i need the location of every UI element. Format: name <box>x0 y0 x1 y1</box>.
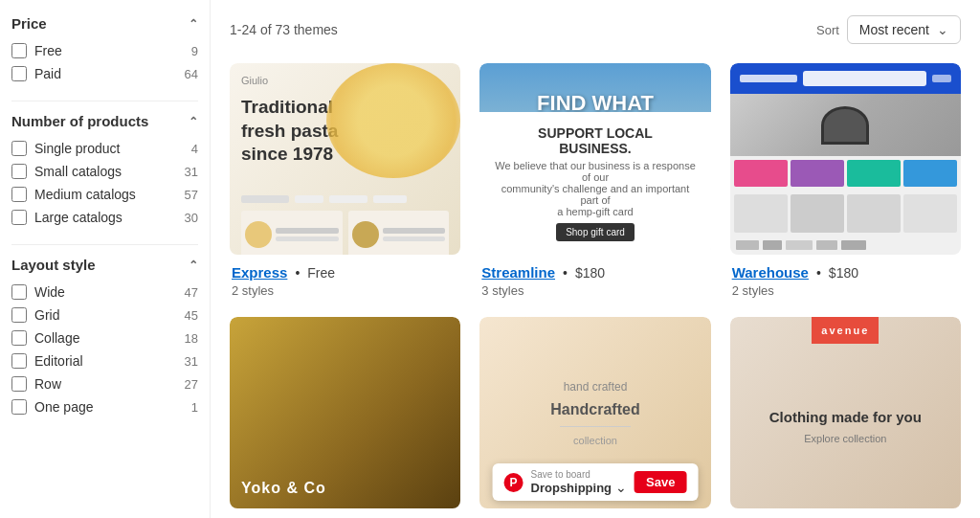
filter-item-large: Large catalogs 30 <box>11 210 198 225</box>
filter-checkbox-large[interactable] <box>11 210 27 225</box>
theme-thumbnail-dropship[interactable]: hand crafted Handcrafted collection P Sa… <box>479 317 710 508</box>
theme-name-express[interactable]: Express <box>232 264 287 281</box>
filter-header-price[interactable]: Price ⌃ <box>11 15 198 32</box>
filter-label-editorial[interactable]: Editorial <box>34 353 177 369</box>
filter-checkbox-collage[interactable] <box>11 330 27 346</box>
filter-checkbox-small[interactable] <box>11 164 27 179</box>
filter-checkbox-editorial[interactable] <box>11 353 27 369</box>
dropship-label: hand crafted <box>550 380 639 394</box>
avenue-body: Clothing made for you Explore collection <box>758 344 933 508</box>
filter-checkbox-single[interactable] <box>11 141 27 156</box>
theme-thumbnail-avenue[interactable]: avenue Clothing made for you Explore col… <box>730 317 961 508</box>
filter-section-layout: Layout style ⌃ Wide 47 Grid 45 Collage 1… <box>11 257 198 415</box>
filter-label-grid[interactable]: Grid <box>34 307 177 323</box>
avenue-brand-header: avenue <box>821 325 869 336</box>
filter-title-layout: Layout style <box>11 257 96 273</box>
filter-section-num-products: Number of products ⌃ Single product 4 Sm… <box>11 113 198 225</box>
sort-dropdown[interactable]: Most recent ⌄ <box>847 15 961 44</box>
menu-bar <box>373 195 407 203</box>
filter-checkbox-paid[interactable] <box>11 66 27 81</box>
app-container: Price ⌃ Free 9 Paid 64 Number of product… <box>0 0 980 518</box>
avenue-sub: Explore collection <box>769 433 922 444</box>
filter-item-medium: Medium catalogs 57 <box>11 187 198 202</box>
theme-thumbnail-warehouse[interactable] <box>730 63 961 255</box>
main-content: 1-24 of 73 themes Sort Most recent ⌄ Giu… <box>211 0 980 518</box>
filter-checkbox-grid[interactable] <box>11 307 27 323</box>
filter-label-one-page[interactable]: One page <box>34 399 184 415</box>
sidebar: Price ⌃ Free 9 Paid 64 Number of product… <box>0 0 211 518</box>
filter-item-row: Row 27 <box>11 376 198 392</box>
filter-label-paid[interactable]: Paid <box>34 66 177 81</box>
theme-thumbnail-yoko[interactable]: Yoko & Co <box>230 317 460 508</box>
warehouse-cart <box>932 75 951 82</box>
theme-thumbnail-streamline[interactable]: FIND WHATMOVES YOU SUPPORT LOCALBUSINESS… <box>479 63 710 255</box>
filter-checkbox-one-page[interactable] <box>11 399 27 415</box>
cat-3 <box>847 160 901 187</box>
filter-label-collage[interactable]: Collage <box>34 330 177 346</box>
theme-name-streamline[interactable]: Streamline <box>481 264 555 281</box>
divider-1 <box>11 101 198 101</box>
filter-title-num-products: Number of products <box>11 113 148 129</box>
warehouse-headphones <box>730 94 961 156</box>
filter-count-wide: 47 <box>185 285 198 300</box>
theme-info-streamline: Streamline • $180 3 styles <box>479 264 710 298</box>
theme-thumbnail-express[interactable]: Giulio Traditionalfresh pastasince 1978 <box>230 63 460 255</box>
filter-count-grid: 45 <box>185 308 198 323</box>
themes-grid: Giulio Traditionalfresh pastasince 1978 <box>230 63 961 518</box>
filter-checkbox-row[interactable] <box>11 376 27 392</box>
warehouse-brands <box>730 236 961 254</box>
streamline-sub-headline: SUPPORT LOCALBUSINESS. <box>493 125 697 156</box>
filter-checkbox-medium[interactable] <box>11 187 27 202</box>
streamline-cta[interactable]: Shop gift card <box>556 223 635 241</box>
brand-1 <box>736 240 759 250</box>
filter-label-single[interactable]: Single product <box>34 141 184 156</box>
filter-label-row[interactable]: Row <box>34 376 177 392</box>
dropship-content: hand crafted Handcrafted collection <box>539 369 651 458</box>
sort-selected-value: Most recent <box>859 22 929 37</box>
theme-meta-warehouse: Warehouse • $180 <box>732 264 959 281</box>
menu-bar <box>295 195 323 203</box>
theme-card-yoko: Yoko & Co Yoko & Co • $180 2 styles <box>230 317 460 518</box>
pasta-icon <box>245 221 272 248</box>
theme-styles-warehouse: 2 styles <box>732 283 959 298</box>
warehouse-categories <box>730 156 961 191</box>
filter-count-paid: 64 <box>185 67 198 81</box>
filter-item-collage: Collage 18 <box>11 330 198 346</box>
filter-header-layout[interactable]: Layout style ⌃ <box>11 257 198 273</box>
theme-styles-streamline: 3 styles <box>481 283 708 298</box>
chevron-down-icon: ⌄ <box>937 22 948 37</box>
avenue-header: avenue <box>812 317 879 344</box>
filter-item-wide: Wide 47 <box>11 284 198 300</box>
filter-checkbox-free[interactable] <box>11 43 27 58</box>
divider-2 <box>11 244 198 245</box>
menu-bar <box>329 195 368 203</box>
dot-express: • <box>295 265 300 281</box>
pasta-decoration <box>326 63 460 178</box>
pasta-icon-2 <box>352 221 379 248</box>
prod-3 <box>847 194 901 233</box>
streamline-bottom-section: SUPPORT LOCALBUSINESS. We believe that o… <box>479 112 710 255</box>
filter-label-large[interactable]: Large catalogs <box>34 210 177 225</box>
save-button[interactable]: Save <box>635 471 686 493</box>
filter-count-large: 30 <box>185 211 198 225</box>
board-select[interactable]: Dropshipping ⌄ <box>531 480 628 495</box>
filter-label-small[interactable]: Small catalogs <box>34 164 177 179</box>
theme-styles-express: 2 styles <box>232 283 458 298</box>
filter-header-num-products[interactable]: Number of products ⌃ <box>11 113 198 129</box>
theme-card-streamline: FIND WHATMOVES YOU SUPPORT LOCALBUSINESS… <box>479 63 710 298</box>
filter-label-medium[interactable]: Medium catalogs <box>34 187 177 202</box>
filter-checkbox-wide[interactable] <box>11 284 27 300</box>
theme-count: 1-24 of 73 themes <box>230 22 338 37</box>
filter-count-medium: 57 <box>185 188 198 202</box>
sort-label: Sort <box>816 23 839 37</box>
theme-card-express: Giulio Traditionalfresh pastasince 1978 <box>230 63 460 298</box>
filter-label-free[interactable]: Free <box>34 43 184 58</box>
warehouse-hero <box>730 94 961 156</box>
filter-label-wide[interactable]: Wide <box>34 284 177 300</box>
avenue-content: Clothing made for you Explore collection <box>769 408 922 444</box>
text-bar <box>383 228 446 234</box>
prod-2 <box>791 194 844 233</box>
brand-3 <box>786 240 813 250</box>
cat-2 <box>791 160 844 187</box>
theme-name-warehouse[interactable]: Warehouse <box>732 264 809 281</box>
